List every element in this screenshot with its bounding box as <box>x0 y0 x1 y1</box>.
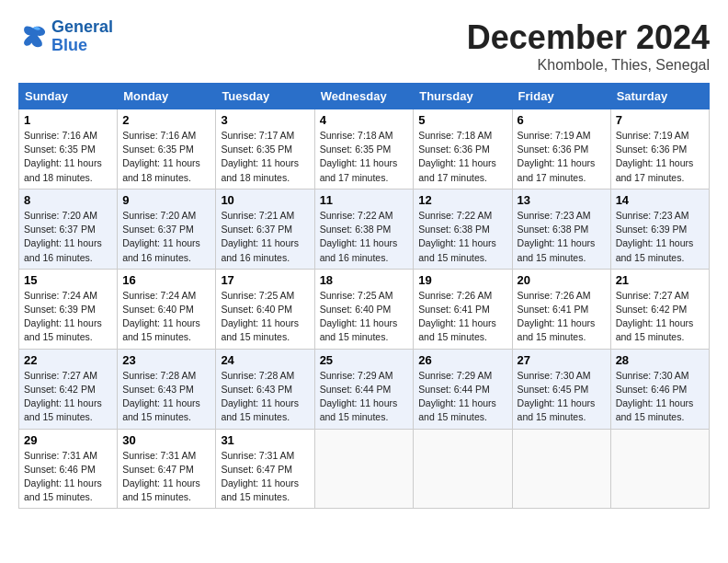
day-number: 11 <box>320 193 409 207</box>
day-info: Sunrise: 7:25 AM Sunset: 6:40 PM Dayligh… <box>221 289 309 345</box>
day-number: 13 <box>518 193 606 207</box>
page-header: General Blue December 2024 Khombole, Thi… <box>18 18 710 74</box>
weekday-header-cell: Saturday <box>610 84 709 109</box>
day-info: Sunrise: 7:26 AM Sunset: 6:41 PM Dayligh… <box>418 289 506 345</box>
calendar-day-cell <box>610 429 709 509</box>
calendar-day-cell: 18 Sunrise: 7:25 AM Sunset: 6:40 PM Dayl… <box>314 269 414 349</box>
calendar-day-cell: 11 Sunrise: 7:22 AM Sunset: 6:38 PM Dayl… <box>314 189 414 269</box>
day-info: Sunrise: 7:19 AM Sunset: 6:36 PM Dayligh… <box>518 129 606 185</box>
weekday-header-cell: Thursday <box>414 84 512 109</box>
calendar-day-cell <box>314 429 414 509</box>
day-number: 1 <box>24 113 112 127</box>
day-info: Sunrise: 7:31 AM Sunset: 6:46 PM Dayligh… <box>24 449 112 505</box>
logo-icon <box>18 22 48 52</box>
day-number: 26 <box>418 353 506 367</box>
day-number: 9 <box>122 193 210 207</box>
calendar-day-cell: 27 Sunrise: 7:30 AM Sunset: 6:45 PM Dayl… <box>512 349 610 429</box>
day-number: 2 <box>122 113 210 127</box>
day-info: Sunrise: 7:31 AM Sunset: 6:47 PM Dayligh… <box>122 449 210 505</box>
day-info: Sunrise: 7:23 AM Sunset: 6:39 PM Dayligh… <box>616 209 704 265</box>
month-title: December 2024 <box>467 18 710 57</box>
day-number: 6 <box>518 113 606 127</box>
day-info: Sunrise: 7:28 AM Sunset: 6:43 PM Dayligh… <box>221 369 309 425</box>
calendar-day-cell: 10 Sunrise: 7:21 AM Sunset: 6:37 PM Dayl… <box>216 189 314 269</box>
logo-text: General Blue <box>51 18 113 55</box>
day-number: 7 <box>616 113 704 127</box>
day-number: 27 <box>518 353 606 367</box>
calendar-day-cell: 3 Sunrise: 7:17 AM Sunset: 6:35 PM Dayli… <box>216 109 314 190</box>
weekday-header-cell: Wednesday <box>314 84 414 109</box>
calendar-day-cell: 2 Sunrise: 7:16 AM Sunset: 6:35 PM Dayli… <box>118 109 216 190</box>
calendar-day-cell: 31 Sunrise: 7:31 AM Sunset: 6:47 PM Dayl… <box>216 429 314 509</box>
calendar-day-cell: 28 Sunrise: 7:30 AM Sunset: 6:46 PM Dayl… <box>610 349 709 429</box>
calendar-day-cell: 12 Sunrise: 7:22 AM Sunset: 6:38 PM Dayl… <box>414 189 512 269</box>
calendar-day-cell: 1 Sunrise: 7:16 AM Sunset: 6:35 PM Dayli… <box>19 109 118 190</box>
calendar-day-cell: 21 Sunrise: 7:27 AM Sunset: 6:42 PM Dayl… <box>610 269 709 349</box>
calendar-day-cell: 15 Sunrise: 7:24 AM Sunset: 6:39 PM Dayl… <box>19 269 118 349</box>
day-info: Sunrise: 7:29 AM Sunset: 6:44 PM Dayligh… <box>320 369 409 425</box>
calendar-day-cell: 19 Sunrise: 7:26 AM Sunset: 6:41 PM Dayl… <box>414 269 512 349</box>
day-number: 4 <box>320 113 409 127</box>
day-info: Sunrise: 7:31 AM Sunset: 6:47 PM Dayligh… <box>221 449 309 505</box>
calendar-day-cell: 24 Sunrise: 7:28 AM Sunset: 6:43 PM Dayl… <box>216 349 314 429</box>
day-number: 10 <box>221 193 309 207</box>
calendar-day-cell: 14 Sunrise: 7:23 AM Sunset: 6:39 PM Dayl… <box>610 189 709 269</box>
day-number: 23 <box>122 353 210 367</box>
day-info: Sunrise: 7:21 AM Sunset: 6:37 PM Dayligh… <box>221 209 309 265</box>
weekday-header-row: SundayMondayTuesdayWednesdayThursdayFrid… <box>19 84 710 109</box>
day-info: Sunrise: 7:22 AM Sunset: 6:38 PM Dayligh… <box>418 209 506 265</box>
calendar-week-row: 22 Sunrise: 7:27 AM Sunset: 6:42 PM Dayl… <box>19 349 710 429</box>
day-number: 31 <box>221 433 309 447</box>
day-info: Sunrise: 7:29 AM Sunset: 6:44 PM Dayligh… <box>418 369 506 425</box>
day-number: 8 <box>24 193 112 207</box>
day-number: 15 <box>24 273 112 287</box>
calendar-day-cell: 23 Sunrise: 7:28 AM Sunset: 6:43 PM Dayl… <box>118 349 216 429</box>
calendar-day-cell: 26 Sunrise: 7:29 AM Sunset: 6:44 PM Dayl… <box>414 349 512 429</box>
day-number: 18 <box>320 273 409 287</box>
calendar-week-row: 1 Sunrise: 7:16 AM Sunset: 6:35 PM Dayli… <box>19 109 710 190</box>
calendar-week-row: 15 Sunrise: 7:24 AM Sunset: 6:39 PM Dayl… <box>19 269 710 349</box>
weekday-header-cell: Friday <box>512 84 610 109</box>
calendar-week-row: 29 Sunrise: 7:31 AM Sunset: 6:46 PM Dayl… <box>19 429 710 509</box>
calendar-day-cell: 6 Sunrise: 7:19 AM Sunset: 6:36 PM Dayli… <box>512 109 610 190</box>
day-number: 25 <box>320 353 409 367</box>
logo: General Blue <box>18 18 113 55</box>
day-info: Sunrise: 7:30 AM Sunset: 6:45 PM Dayligh… <box>518 369 606 425</box>
day-info: Sunrise: 7:20 AM Sunset: 6:37 PM Dayligh… <box>122 209 210 265</box>
weekday-header-cell: Monday <box>118 84 216 109</box>
calendar-day-cell: 20 Sunrise: 7:26 AM Sunset: 6:41 PM Dayl… <box>512 269 610 349</box>
day-number: 20 <box>518 273 606 287</box>
day-number: 30 <box>122 433 210 447</box>
weekday-header-cell: Tuesday <box>216 84 314 109</box>
calendar-table: SundayMondayTuesdayWednesdayThursdayFrid… <box>18 83 710 509</box>
day-info: Sunrise: 7:17 AM Sunset: 6:35 PM Dayligh… <box>221 129 309 185</box>
calendar-day-cell: 13 Sunrise: 7:23 AM Sunset: 6:38 PM Dayl… <box>512 189 610 269</box>
calendar-day-cell: 25 Sunrise: 7:29 AM Sunset: 6:44 PM Dayl… <box>314 349 414 429</box>
day-info: Sunrise: 7:24 AM Sunset: 6:40 PM Dayligh… <box>122 289 210 345</box>
day-number: 14 <box>616 193 704 207</box>
day-number: 21 <box>616 273 704 287</box>
day-number: 28 <box>616 353 704 367</box>
location-title: Khombole, Thies, Senegal <box>467 57 710 74</box>
day-number: 12 <box>418 193 506 207</box>
calendar-day-cell: 29 Sunrise: 7:31 AM Sunset: 6:46 PM Dayl… <box>19 429 118 509</box>
calendar-day-cell: 8 Sunrise: 7:20 AM Sunset: 6:37 PM Dayli… <box>19 189 118 269</box>
day-info: Sunrise: 7:18 AM Sunset: 6:36 PM Dayligh… <box>418 129 506 185</box>
day-info: Sunrise: 7:25 AM Sunset: 6:40 PM Dayligh… <box>320 289 409 345</box>
calendar-day-cell <box>512 429 610 509</box>
day-number: 19 <box>418 273 506 287</box>
day-number: 5 <box>418 113 506 127</box>
day-info: Sunrise: 7:18 AM Sunset: 6:35 PM Dayligh… <box>320 129 409 185</box>
day-info: Sunrise: 7:22 AM Sunset: 6:38 PM Dayligh… <box>320 209 409 265</box>
calendar-day-cell: 17 Sunrise: 7:25 AM Sunset: 6:40 PM Dayl… <box>216 269 314 349</box>
day-number: 17 <box>221 273 309 287</box>
day-info: Sunrise: 7:27 AM Sunset: 6:42 PM Dayligh… <box>24 369 112 425</box>
day-info: Sunrise: 7:16 AM Sunset: 6:35 PM Dayligh… <box>24 129 112 185</box>
day-info: Sunrise: 7:23 AM Sunset: 6:38 PM Dayligh… <box>518 209 606 265</box>
calendar-day-cell: 9 Sunrise: 7:20 AM Sunset: 6:37 PM Dayli… <box>118 189 216 269</box>
day-info: Sunrise: 7:24 AM Sunset: 6:39 PM Dayligh… <box>24 289 112 345</box>
calendar-day-cell <box>414 429 512 509</box>
day-number: 16 <box>122 273 210 287</box>
day-number: 24 <box>221 353 309 367</box>
day-info: Sunrise: 7:19 AM Sunset: 6:36 PM Dayligh… <box>616 129 704 185</box>
